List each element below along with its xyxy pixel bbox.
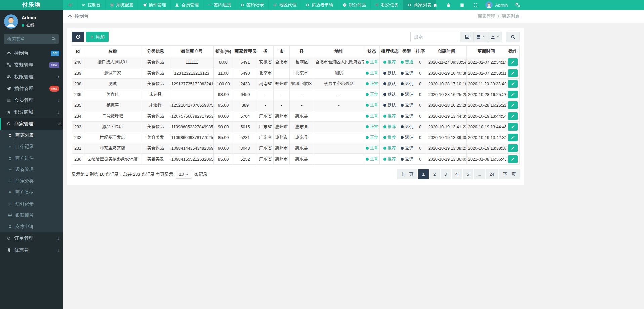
column-header[interactable]: 状态	[364, 46, 380, 57]
nav-item-2[interactable]: 插件管理	[138, 0, 170, 10]
page-button-3[interactable]: 3	[441, 169, 451, 179]
home-button[interactable]	[428, 0, 442, 10]
edit-button[interactable]	[508, 155, 518, 163]
sidebar-item-7[interactable]: 订单管理‹	[0, 232, 63, 244]
sidebar-subitem-3[interactable]: AD设备管理	[0, 164, 63, 175]
columns-button[interactable]	[473, 32, 488, 42]
sidebar-subitem-8[interactable]: 商家申请	[0, 221, 63, 232]
table-row[interactable]: 234二号烧烤吧美食饮品12075756678271795390.005704广…	[72, 111, 520, 122]
sidebar-item-0[interactable]: 控制台hot	[0, 47, 63, 59]
edit-button[interactable]	[508, 101, 518, 109]
prev-page-button[interactable]: 上一页	[397, 169, 417, 179]
sidebar-subitem-5[interactable]: V商户类型	[0, 187, 63, 198]
edit-button[interactable]	[508, 123, 518, 131]
sidebar-item-8[interactable]: 优惠券‹	[0, 244, 63, 256]
column-header[interactable]: 折扣(%)	[214, 46, 233, 57]
search-icon[interactable]	[51, 37, 56, 41]
nav-item-9[interactable]: 积分任务	[370, 0, 403, 10]
edit-button[interactable]	[508, 58, 518, 66]
column-header[interactable]: 名称	[84, 46, 141, 57]
book-button[interactable]	[455, 0, 469, 10]
page-button-5[interactable]: 5	[463, 169, 473, 179]
table-row[interactable]: 240接口接入测试01美食饮品1111118.006491安徽省合肥市包河区合肥…	[72, 57, 520, 68]
search-button[interactable]	[506, 32, 520, 42]
table-row[interactable]: 235杨惠萍未选择12521041707655987595.00389----正…	[72, 100, 520, 111]
nav-item-1[interactable]: 系统配置	[105, 0, 138, 10]
add-button[interactable]: 添加	[86, 32, 109, 42]
nav-item-4[interactable]: 签约进度	[203, 0, 236, 10]
table-search-input[interactable]	[410, 32, 457, 42]
main-panel: 添加 Id名称分类信息微信商户号折扣(%)商家管理员省市县地址状态推荐状态类型排…	[67, 28, 524, 185]
page-button-1[interactable]: 1	[418, 169, 429, 179]
edit-button[interactable]	[508, 80, 518, 88]
pagination-info-suffix: 条记录	[194, 171, 207, 177]
page-size-select[interactable]: 10	[176, 170, 192, 179]
edit-button[interactable]	[508, 144, 518, 152]
next-page-button[interactable]: 下一页	[499, 169, 520, 179]
settings-button[interactable]	[511, 0, 524, 10]
export-button[interactable]	[488, 32, 502, 42]
avatar	[485, 1, 493, 9]
sidebar-item-3[interactable]: 插件管理new	[0, 83, 63, 94]
column-header[interactable]: 地址	[314, 46, 364, 57]
sidebar-item-2[interactable]: 权限管理‹	[0, 71, 63, 83]
table-row[interactable]: 232世纪阁理发店美容美发11098600937817702585.005231…	[72, 132, 520, 143]
user-menu[interactable]: Admin	[482, 1, 511, 9]
table-row[interactable]: 230世纪陆壹捌美妆形象设计店美容美发10984155521263206585.…	[72, 154, 520, 165]
sidebar-toggle-button[interactable]	[63, 0, 77, 10]
sidebar-subitem-7[interactable]: 银联编号	[0, 210, 63, 221]
column-header[interactable]: Id	[72, 46, 84, 57]
nav-item-5[interactable]: 签约记录	[236, 0, 268, 10]
gauge-icon	[68, 14, 72, 19]
edit-button[interactable]	[508, 91, 518, 98]
edit-button[interactable]	[508, 69, 518, 77]
column-header[interactable]: 县	[290, 46, 314, 57]
sidebar-item-6[interactable]: 商家管理‹	[0, 118, 63, 130]
page-button-4[interactable]: 4	[452, 169, 462, 179]
table-row[interactable]: 239测试商家美食饮品12312321321312311.006490北京市北京…	[72, 68, 520, 79]
brand-logo[interactable]: 付乐啦	[0, 0, 63, 10]
sidebar-search-input[interactable]	[4, 34, 59, 44]
edit-button[interactable]	[508, 112, 518, 120]
column-header[interactable]: 微信商户号	[170, 46, 214, 57]
sidebar-subitem-6[interactable]: 幻灯记录	[0, 198, 63, 210]
table-row[interactable]: 231小茶里奶茶店美食饮品10984144354348236990.003048…	[72, 143, 520, 154]
nav-item-7[interactable]: 拓店者申请	[301, 0, 338, 10]
table-row[interactable]: 233源品面包店美食饮品11098605232784998590.005015广…	[72, 122, 520, 132]
detail-view-button[interactable]	[460, 32, 474, 42]
column-header[interactable]: 省	[257, 46, 274, 57]
sidebar-subitem-2[interactable]: 商户进件	[0, 152, 63, 164]
edit-button[interactable]	[508, 134, 518, 141]
page-button-24[interactable]: 24	[486, 169, 498, 179]
sidebar-subitem-1[interactable]: ¥口令记录	[0, 141, 63, 152]
page-button-...[interactable]: ...	[474, 169, 485, 179]
nav-item-3[interactable]: 会员管理	[170, 0, 203, 10]
status-dot-icon	[401, 136, 404, 139]
sidebar: Admin 在线 控制台hot常规管理new权限管理‹插件管理new会员管理‹积…	[0, 10, 63, 309]
circle-icon	[8, 133, 12, 137]
breadcrumb-parent[interactable]: 商家管理	[478, 13, 495, 19]
nav-item-0[interactable]: 控制台	[77, 0, 105, 10]
column-header[interactable]: 市	[274, 46, 290, 57]
column-header[interactable]: 操作	[506, 46, 520, 57]
column-header[interactable]: 更新时间	[467, 46, 506, 57]
sidebar-item-1[interactable]: 常规管理new	[0, 59, 63, 71]
column-header[interactable]: 推荐状态	[380, 46, 399, 57]
sidebar-subitem-0[interactable]: 商家列表	[0, 130, 63, 141]
page-button-2[interactable]: 2	[430, 169, 440, 179]
sidebar-subitem-4[interactable]: 商家分类	[0, 175, 63, 187]
nav-item-6[interactable]: 地区代理	[268, 0, 301, 10]
nav-item-8[interactable]: P积分商品	[338, 0, 370, 10]
sidebar-item-5[interactable]: 积分商城‹	[0, 106, 63, 118]
table-row[interactable]: 238测试美食饮品129137735172063241100.002433河南省…	[72, 79, 520, 89]
refresh-button[interactable]	[72, 32, 84, 42]
expand-button[interactable]	[469, 0, 482, 10]
column-header[interactable]: 排序	[414, 46, 427, 57]
column-header[interactable]: 类型	[399, 46, 414, 57]
column-header[interactable]: 创建时间	[427, 46, 467, 57]
sidebar-item-4[interactable]: 会员管理‹	[0, 94, 63, 106]
column-header[interactable]: 商家管理员	[233, 46, 257, 57]
trash-button[interactable]	[442, 0, 455, 10]
table-row[interactable]: 236美宜佳未选择98.006450----正常默认返佣02020-10-28 …	[72, 89, 520, 100]
column-header[interactable]: 分类信息	[141, 46, 170, 57]
